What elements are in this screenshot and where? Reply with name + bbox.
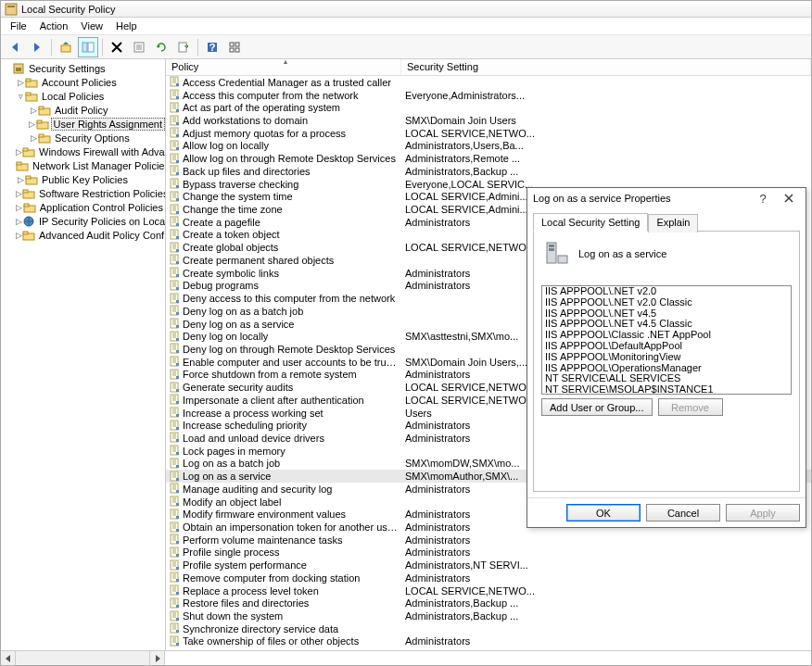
list-row[interactable]: Synchronize directory service data <box>166 622 811 635</box>
list-row[interactable]: Profile single processAdministrators <box>166 547 811 559</box>
policy-icon <box>168 394 181 406</box>
scroll-left-icon[interactable] <box>1 651 16 665</box>
user-list-item[interactable]: NT SERVICE\ALL SERVICES <box>542 373 791 384</box>
forward-button[interactable] <box>27 37 47 57</box>
user-list-item[interactable]: IIS APPPOOL\DefaultAppPool <box>542 341 791 352</box>
policy-name: Bypass traverse checking <box>183 179 401 190</box>
expand-icon[interactable]: ▷ <box>29 106 38 115</box>
svg-rect-2 <box>61 45 70 52</box>
list-row[interactable]: Allow log on locallyAdministrators,Users… <box>166 140 811 153</box>
tree-item[interactable]: ▷Account Policies <box>1 75 165 89</box>
tree-item[interactable]: ▷IP Security Policies on Local Compute <box>1 214 165 228</box>
show-tree-button[interactable] <box>78 37 98 57</box>
menu-action[interactable]: Action <box>34 19 74 32</box>
list-row[interactable]: Shut down the systemAdministrators,Backu… <box>166 609 811 622</box>
list-row[interactable]: Remove computer from docking stationAdmi… <box>166 572 811 584</box>
delete-button[interactable] <box>107 37 127 57</box>
tree-item[interactable]: ▷Software Restriction Policies <box>1 186 165 200</box>
policy-name: Enable computer and user accounts to be … <box>183 357 401 368</box>
expand-icon[interactable]: ▷ <box>16 231 22 240</box>
expand-icon[interactable]: ▷ <box>16 217 22 226</box>
scroll-track[interactable] <box>16 651 149 665</box>
policy-icon <box>168 331 181 343</box>
user-list-item[interactable]: IIS APPPOOL\OperationsManager <box>542 363 791 374</box>
tree-item-label: Audit Policy <box>53 105 109 116</box>
tree-pane[interactable]: Security Settings▷Account Policies▿Local… <box>1 59 166 650</box>
tree-item[interactable]: Network List Manager Policies <box>1 158 165 172</box>
user-list-item[interactable]: IIS APPPOOL\.NET v2.0 <box>542 286 791 297</box>
help-icon[interactable]: ? <box>752 190 774 207</box>
expand-icon[interactable]: ▿ <box>16 92 25 101</box>
folder-icon <box>12 62 25 75</box>
list-row[interactable]: Add workstations to domainSMX\Domain Joi… <box>166 114 811 127</box>
refresh-button[interactable] <box>151 37 171 57</box>
help-button[interactable]: ? <box>202 37 222 57</box>
list-row[interactable]: Take ownership of files or other objects… <box>166 635 811 648</box>
remove-button[interactable]: Remove <box>658 398 723 416</box>
user-list-item[interactable]: IIS APPPOOL\.NET v4.5 Classic <box>542 319 791 330</box>
list-row[interactable]: Replace a process level tokenLOCAL SERVI… <box>166 584 811 597</box>
tree-item[interactable]: ▷User Rights Assignment <box>1 117 165 131</box>
user-list-item[interactable]: IIS APPPOOL\.NET v4.5 <box>542 308 791 320</box>
up-button[interactable] <box>56 37 76 57</box>
list-row[interactable]: Access Credential Manager as a trusted c… <box>166 76 811 89</box>
expand-icon[interactable]: ▷ <box>16 175 25 184</box>
apply-button[interactable]: Apply <box>726 504 800 521</box>
add-user-button[interactable]: Add User or Group... <box>541 398 653 416</box>
list-row[interactable]: Back up files and directoriesAdministrat… <box>166 165 811 178</box>
expand-icon[interactable]: ▷ <box>16 203 23 212</box>
menu-view[interactable]: View <box>75 19 108 32</box>
svg-text:?: ? <box>209 42 216 53</box>
tree-item[interactable]: ▷Application Control Policies <box>1 200 165 214</box>
menu-help[interactable]: Help <box>110 19 143 32</box>
close-icon[interactable] <box>778 190 800 207</box>
expand-icon[interactable]: ▷ <box>16 78 25 87</box>
cancel-button[interactable]: Cancel <box>646 504 720 521</box>
tile-button[interactable] <box>224 37 245 57</box>
list-row[interactable]: Act as part of the operating system <box>166 101 811 114</box>
tree-hscrollbar[interactable] <box>1 650 811 665</box>
expand-icon[interactable]: ▷ <box>29 119 36 129</box>
list-row[interactable]: Restore files and directoriesAdministrat… <box>166 597 811 609</box>
expand-icon[interactable]: ▷ <box>29 133 38 143</box>
policy-icon <box>168 547 181 559</box>
tree-item[interactable]: Security Settings <box>1 61 165 75</box>
list-row[interactable]: Profile system performanceAdministrators… <box>166 559 811 572</box>
list-row[interactable]: Allow log on through Remote Desktop Serv… <box>166 152 811 165</box>
user-list-item[interactable]: IIS APPPOOL\MonitoringView <box>542 352 791 363</box>
tree-item[interactable]: ▿Local Policies <box>1 89 165 103</box>
tree-item[interactable]: ▷Advanced Audit Policy Configuration <box>1 228 165 242</box>
policy-name: Log on as a service <box>183 471 401 482</box>
list-row[interactable]: Adjust memory quotas for a processLOCAL … <box>166 127 811 140</box>
tab-explain[interactable]: Explain <box>648 214 698 232</box>
expand-icon[interactable]: ▷ <box>16 147 22 157</box>
export-button[interactable] <box>173 37 194 57</box>
policy-icon <box>168 204 181 216</box>
properties-button[interactable] <box>129 37 149 57</box>
back-button[interactable] <box>5 37 25 57</box>
policy-name: Debug programs <box>183 280 401 291</box>
expand-icon[interactable]: ▷ <box>16 189 22 198</box>
list-row[interactable]: Access this computer from the networkEve… <box>166 89 811 102</box>
user-list[interactable]: IIS APPPOOL\.NET v2.0IIS APPPOOL\.NET v2… <box>541 285 792 395</box>
tab-local-security[interactable]: Local Security Setting <box>533 213 648 232</box>
list-row[interactable]: Perform volume maintenance tasksAdminist… <box>166 534 811 547</box>
tree-item[interactable]: ▷Audit Policy <box>1 103 165 117</box>
policy-name-label: Log on as a service <box>578 248 666 259</box>
col-policy[interactable]: Policy▴ <box>166 59 401 75</box>
svg-rect-23 <box>39 107 44 109</box>
folder-icon <box>16 159 29 172</box>
col-setting[interactable]: Security Setting <box>401 59 811 75</box>
tree-item[interactable]: ▷Windows Firewall with Advanced Sec <box>1 145 165 158</box>
policy-icon <box>168 89 181 101</box>
tree-item[interactable]: ▷Security Options <box>1 131 165 145</box>
policy-icon <box>168 420 181 432</box>
tree-item[interactable]: ▷Public Key Policies <box>1 172 165 186</box>
scroll-right-icon[interactable] <box>149 651 164 665</box>
menu-file[interactable]: File <box>5 19 32 32</box>
user-list-item[interactable]: IIS APPPOOL\.NET v2.0 Classic <box>542 297 791 308</box>
user-list-item[interactable]: IIS APPPOOL\Classic .NET AppPool <box>542 330 791 341</box>
ok-button[interactable]: OK <box>566 504 641 521</box>
folder-icon <box>23 201 36 214</box>
user-list-item[interactable]: NT SERVICE\MSOLAP$INSTANCE1 <box>542 384 791 395</box>
